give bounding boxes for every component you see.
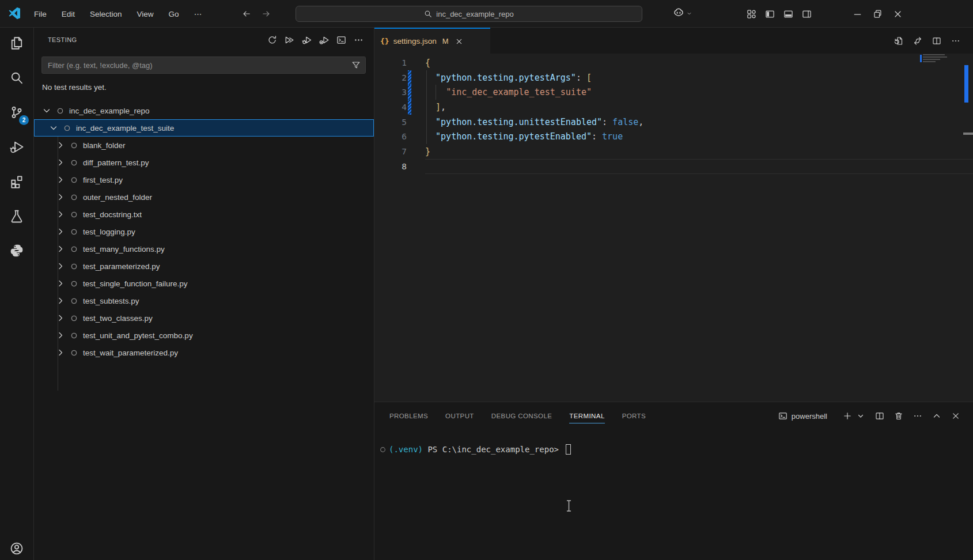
menu-edit[interactable]: Edit [54,5,82,22]
code-line[interactable]: 1{ [374,55,973,70]
code-line[interactable]: 5 "python.testing.unittestEnabled": fals… [374,115,973,130]
test-tree-label: test_two_classes.py [83,314,153,323]
activity-bar-item-run-and-debug[interactable] [0,133,33,161]
test-tree-label: outer_nested_folder [83,193,152,202]
test-tree-item[interactable]: diff_pattern_test.py [34,154,374,171]
tab-settings-json[interactable]: {} settings.json M [374,28,490,54]
menu-view[interactable]: View [130,5,161,22]
test-tree-label: test_parameterized.py [83,262,160,271]
terminal-profile-dropdown-icon[interactable] [856,411,865,421]
minimap[interactable] [923,54,952,63]
test-tree-label: test_single_function_failure.py [83,279,188,288]
run-all-tests-icon[interactable] [285,35,294,45]
tree-indent-guide [58,137,58,391]
code-line[interactable]: 6 "python.testing.pytestEnabled": true [374,130,973,145]
title-bar: FileEditSelectionViewGo⋯ inc_dec_example… [0,0,973,28]
code-line[interactable]: 8 [374,159,973,174]
test-tree-item[interactable]: blank_folder [34,137,374,154]
code-line[interactable]: 4 ], [374,100,973,115]
open-changes-icon[interactable] [894,36,903,46]
activity-bar-item-extensions[interactable] [0,168,33,195]
toggle-secondary-sidebar-icon[interactable] [802,9,812,19]
go-back-icon[interactable] [242,9,251,18]
panel-tab-debug-console[interactable]: DEBUG CONSOLE [491,402,552,430]
close-panel-icon[interactable] [951,411,960,421]
test-tree-item[interactable]: test_two_classes.py [34,309,374,327]
test-tree-item[interactable]: test_logging.py [34,223,374,240]
activity-bar-item-search[interactable] [0,64,33,92]
json-file-icon: {} [380,37,389,46]
test-tree-item[interactable]: inc_dec_example_test_suite [34,119,374,137]
close-window-icon[interactable] [893,9,903,19]
chevron-down-icon [686,10,692,17]
new-terminal-icon[interactable] [843,411,852,421]
activity-bar-item-testing[interactable] [0,202,33,230]
menu-go[interactable]: Go [161,5,187,22]
command-center-search[interactable]: inc_dec_example_repo [296,6,642,22]
test-tree-item[interactable]: test_many_functions.py [34,240,374,258]
test-tree-item[interactable]: test_single_function_failure.py [34,275,374,292]
testing-toolbar [267,28,364,52]
menu-file[interactable]: File [26,5,54,22]
token-key: "python.testing.pytestArgs" [436,73,576,83]
token-plain [425,102,436,112]
more-actions-icon[interactable] [951,36,960,46]
chevron-down-icon[interactable] [42,106,51,115]
refresh-tests-icon[interactable] [267,35,277,45]
chevron-down-icon[interactable] [49,123,58,133]
panel-tab-output[interactable]: OUTPUT [445,402,474,430]
files-icon [10,36,24,50]
test-tree-item[interactable]: test_parameterized.py [34,258,374,275]
test-tree-item[interactable]: first_test.py [34,171,374,188]
show-output-icon[interactable] [336,35,346,45]
test-tree-label: inc_dec_example_repo [69,107,150,115]
minimize-window-icon[interactable] [853,9,862,19]
open-source-control-icon[interactable] [913,36,922,46]
menu-[interactable]: ⋯ [187,5,210,22]
panel-tab-ports[interactable]: PORTS [622,402,646,430]
toggle-panel-icon[interactable] [783,9,793,19]
code-line[interactable]: 7} [374,144,973,159]
close-tab-icon[interactable] [455,37,463,46]
panel-tab-terminal[interactable]: TERMINAL [569,402,604,430]
test-tree-item[interactable]: inc_dec_example_repo [34,102,374,119]
token-plain: , [441,102,446,112]
activity-bar-item-source-control[interactable]: 2 [0,99,33,126]
split-terminal-icon[interactable] [875,411,884,421]
git-modified-gutter-marker [408,85,411,100]
terminal-shell-label[interactable]: powershell [792,412,827,421]
token-plain [425,117,436,127]
customize-layout-icon[interactable] [747,9,756,19]
line-number: 1 [374,58,407,67]
run-tests-with-coverage-icon[interactable] [319,35,329,45]
more-actions-icon[interactable] [913,411,922,421]
restore-window-icon[interactable] [873,9,883,19]
maximize-panel-icon[interactable] [932,411,941,421]
code-line[interactable]: 2 "python.testing.pytestArgs": [ [374,70,973,85]
code-editor[interactable]: 1{2 "python.testing.pytestArgs": [3 "inc… [374,54,973,402]
more-actions-icon[interactable] [354,35,364,45]
activity-bar-item-account[interactable] [0,535,33,560]
git-modified-gutter-marker [408,70,411,85]
debug-all-tests-icon[interactable] [302,35,312,45]
command-decoration-icon[interactable] [380,447,386,453]
filter-funnel-icon[interactable] [351,60,361,70]
copilot-icon [673,7,684,19]
test-filter-input[interactable] [42,61,351,70]
test-tree-item[interactable]: test_docstring.txt [34,206,374,223]
code-line[interactable]: 3 "inc_dec_example_test_suite" [374,85,973,100]
test-tree-item[interactable]: test_subtests.py [34,292,374,309]
code-line-text: "python.testing.pytestEnabled": true [425,131,623,142]
split-editor-icon[interactable] [932,36,941,46]
toggle-primary-sidebar-icon[interactable] [765,9,775,19]
menu-selection[interactable]: Selection [82,5,130,22]
test-tree-item[interactable]: outer_nested_folder [34,188,374,206]
test-tree-item[interactable]: test_wait_parameterized.py [34,344,374,361]
activity-bar-item-explorer[interactable] [0,29,33,57]
panel-tab-problems[interactable]: PROBLEMS [389,402,428,430]
test-tree-item[interactable]: test_unit_and_pytest_combo.py [34,327,374,344]
kill-terminal-icon[interactable] [894,411,903,421]
activity-bar-item-python[interactable] [0,237,33,264]
go-forward-icon[interactable] [262,9,271,18]
copilot-button[interactable] [673,7,692,19]
